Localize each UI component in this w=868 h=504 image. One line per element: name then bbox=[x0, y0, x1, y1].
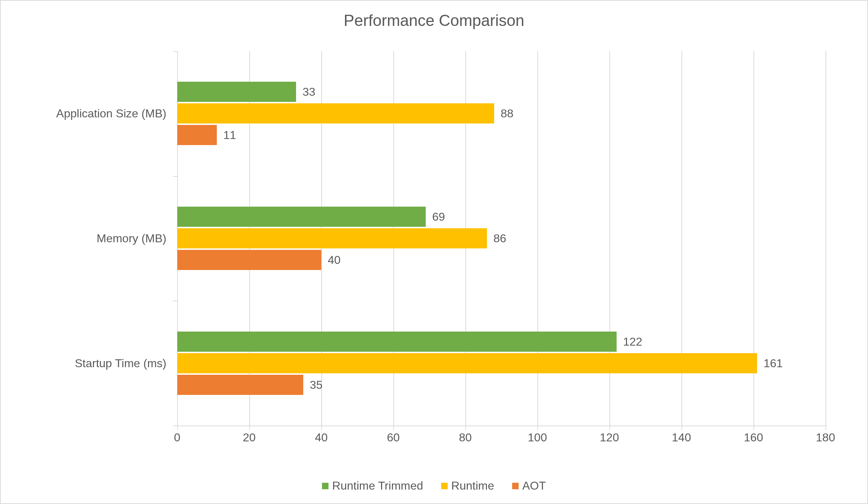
category-label: Memory (MB) bbox=[97, 232, 177, 245]
x-axis-line bbox=[177, 426, 826, 426]
x-tick-label: 180 bbox=[816, 431, 835, 444]
data-label: 35 bbox=[303, 378, 323, 391]
x-tick-mark bbox=[753, 426, 754, 430]
x-tick-mark bbox=[321, 426, 322, 430]
x-tick-mark bbox=[249, 426, 250, 430]
y-tick-mark bbox=[173, 176, 177, 177]
legend-item: Runtime bbox=[441, 479, 494, 492]
legend-label: Runtime bbox=[451, 479, 494, 492]
x-tick-mark bbox=[537, 426, 538, 430]
chart-container: Performance Comparison 02040608010012014… bbox=[0, 0, 868, 504]
legend-swatch bbox=[322, 483, 328, 489]
x-tick-label: 60 bbox=[387, 431, 400, 444]
y-tick-mark bbox=[173, 426, 177, 426]
plot-area: 020406080100120140160180Startup Time (ms… bbox=[177, 51, 826, 426]
category-label: Startup Time (ms) bbox=[75, 356, 177, 370]
data-label: 69 bbox=[426, 210, 445, 224]
bar: 69 bbox=[177, 207, 426, 227]
chart-title: Performance Comparison bbox=[1, 1, 867, 30]
x-tick-label: 0 bbox=[174, 431, 180, 444]
data-label: 40 bbox=[321, 253, 341, 267]
legend-item: AOT bbox=[512, 479, 546, 492]
category-label: Application Size (MB) bbox=[56, 107, 177, 120]
x-tick-label: 40 bbox=[315, 431, 328, 444]
legend-swatch bbox=[441, 483, 448, 489]
data-label: 33 bbox=[296, 85, 316, 99]
bar: 33 bbox=[177, 82, 296, 102]
legend: Runtime TrimmedRuntimeAOT bbox=[1, 479, 867, 492]
x-tick-mark bbox=[177, 426, 178, 430]
data-label: 122 bbox=[617, 335, 642, 348]
legend-label: AOT bbox=[522, 479, 546, 492]
bar: 40 bbox=[177, 250, 321, 270]
x-tick-label: 100 bbox=[528, 431, 547, 444]
legend-swatch bbox=[512, 483, 519, 489]
gridline bbox=[826, 51, 826, 426]
x-tick-mark bbox=[681, 426, 682, 430]
data-label: 86 bbox=[487, 232, 506, 245]
bar: 161 bbox=[177, 353, 757, 373]
bar: 122 bbox=[177, 332, 617, 352]
bar: 35 bbox=[177, 375, 303, 395]
bar: 88 bbox=[177, 103, 494, 123]
legend-label: Runtime Trimmed bbox=[332, 479, 423, 492]
legend-item: Runtime Trimmed bbox=[322, 479, 423, 492]
x-tick-label: 20 bbox=[243, 431, 256, 444]
y-tick-mark bbox=[173, 51, 177, 52]
data-label: 11 bbox=[217, 129, 236, 142]
x-tick-mark bbox=[393, 426, 394, 430]
bar: 86 bbox=[177, 228, 487, 248]
bar: 11 bbox=[177, 125, 217, 145]
x-tick-label: 140 bbox=[672, 431, 691, 444]
x-tick-mark bbox=[609, 426, 610, 430]
data-label: 88 bbox=[494, 107, 514, 120]
x-tick-mark bbox=[826, 426, 826, 430]
x-tick-label: 80 bbox=[459, 431, 472, 444]
x-tick-label: 120 bbox=[600, 431, 619, 444]
y-tick-mark bbox=[173, 301, 177, 301]
x-tick-label: 160 bbox=[744, 431, 763, 444]
x-tick-mark bbox=[465, 426, 466, 430]
data-label: 161 bbox=[757, 356, 783, 370]
